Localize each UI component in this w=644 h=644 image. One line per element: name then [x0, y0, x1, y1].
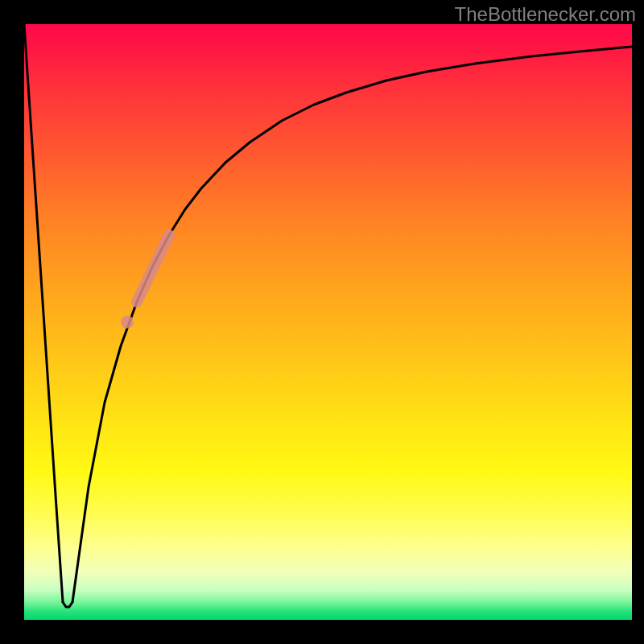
curve-right-rise: [72, 47, 632, 602]
plot-area: [24, 24, 632, 620]
curve-left-descent: [24, 24, 63, 602]
chart-frame: TheBottlenecker.com: [0, 0, 644, 644]
bottleneck-curve: [24, 24, 632, 620]
watermark-text: TheBottlenecker.com: [455, 3, 636, 26]
highlight-band: [137, 235, 169, 302]
curve-valley: [63, 602, 72, 607]
highlight-dot: [121, 316, 134, 328]
